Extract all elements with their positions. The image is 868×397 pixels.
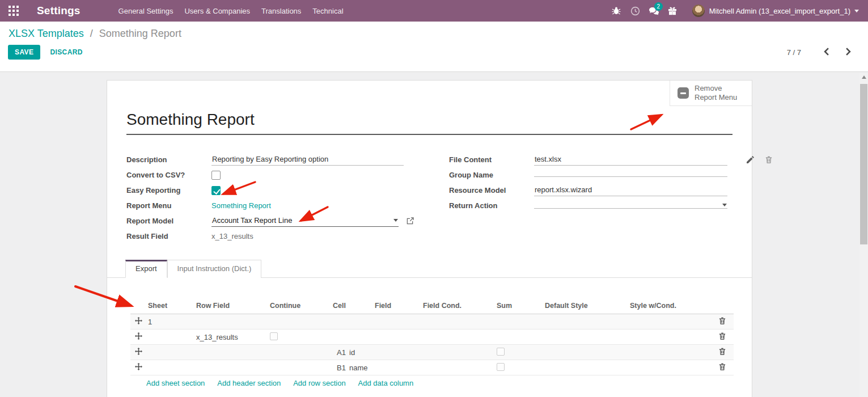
discard-button[interactable]: DISCARD bbox=[50, 48, 82, 56]
menu-technical[interactable]: Technical bbox=[307, 0, 349, 22]
style-w-cond-cell[interactable] bbox=[628, 345, 702, 360]
return-action-select[interactable] bbox=[534, 202, 727, 209]
field-cell[interactable] bbox=[348, 314, 421, 330]
scrollbar-up-arrow-icon[interactable] bbox=[862, 75, 866, 79]
drag-handle[interactable] bbox=[130, 360, 146, 375]
file-content-filename[interactable]: test.xlsx bbox=[534, 154, 727, 166]
menu-users-companies[interactable]: Users & Companies bbox=[179, 0, 256, 22]
continue-column-header[interactable]: Continue bbox=[268, 299, 319, 314]
convert-to-csv-checkbox[interactable] bbox=[211, 171, 221, 180]
tab-input-instruction[interactable]: Input Instruction (Dict.) bbox=[167, 260, 262, 278]
style-w-cond-column-header[interactable]: Style w/Cond. bbox=[628, 299, 702, 314]
delete-row-button[interactable] bbox=[719, 317, 726, 326]
scrollbar-thumb[interactable] bbox=[860, 84, 867, 244]
field-cond-cell[interactable] bbox=[421, 314, 495, 330]
sum-cell[interactable] bbox=[495, 345, 543, 360]
menu-translations[interactable]: Translations bbox=[256, 0, 307, 22]
field-cond-cell[interactable] bbox=[421, 345, 495, 360]
resource-model-input[interactable]: report.xlsx.wizard bbox=[534, 184, 727, 196]
sheet-column-header[interactable]: Sheet bbox=[146, 299, 194, 314]
cell-cell[interactable] bbox=[319, 330, 348, 345]
cell-cell[interactable]: B1 bbox=[319, 360, 348, 375]
tab-export[interactable]: Export bbox=[125, 260, 167, 278]
report-model-input[interactable]: Account Tax Report Line bbox=[211, 215, 399, 227]
field-cond-cell[interactable] bbox=[421, 360, 495, 375]
row-field-cell[interactable]: x_13_results bbox=[194, 330, 268, 345]
cell-cell[interactable] bbox=[319, 314, 348, 330]
sum-cell[interactable] bbox=[495, 330, 543, 345]
clear-file-button[interactable] bbox=[765, 156, 772, 163]
apps-menu-button[interactable] bbox=[0, 0, 27, 22]
pager-next-button[interactable] bbox=[837, 48, 859, 57]
table-row[interactable]: 1 bbox=[130, 314, 734, 330]
drag-handle[interactable] bbox=[130, 314, 146, 330]
sum-cell[interactable] bbox=[495, 360, 543, 375]
user-menu[interactable]: Mitchell Admin (13_excel_import_export_1… bbox=[692, 5, 868, 17]
delete-row-button[interactable] bbox=[719, 348, 726, 357]
pager-previous-button[interactable] bbox=[816, 48, 837, 57]
field-cond-column-header[interactable]: Field Cond. bbox=[421, 299, 495, 314]
easy-reporting-checkbox[interactable] bbox=[211, 186, 221, 195]
drag-handle[interactable] bbox=[130, 330, 146, 345]
default-style-cell[interactable] bbox=[543, 360, 628, 375]
group-name-input[interactable] bbox=[534, 174, 727, 177]
table-row[interactable]: x_13_results bbox=[130, 330, 734, 345]
description-input[interactable]: Reporting by Easy Reporting option bbox=[211, 154, 404, 166]
cell-cell[interactable]: A1 bbox=[319, 345, 348, 360]
drag-handle[interactable] bbox=[130, 345, 146, 360]
sheet-cell[interactable] bbox=[146, 345, 194, 360]
field-cell[interactable]: id bbox=[348, 345, 421, 360]
row-field-cell[interactable] bbox=[194, 345, 268, 360]
continue-cell[interactable] bbox=[268, 360, 319, 375]
continue-cell[interactable] bbox=[268, 345, 319, 360]
sheet-cell[interactable] bbox=[146, 330, 194, 345]
breadcrumb-parent-link[interactable]: XLSX Templates bbox=[9, 28, 84, 39]
debug-bug-icon[interactable] bbox=[607, 0, 626, 22]
record-title[interactable]: Something Report bbox=[126, 111, 732, 135]
messages-chat-icon[interactable]: 2 bbox=[645, 0, 663, 22]
style-w-cond-cell[interactable] bbox=[628, 330, 702, 345]
dropdown-caret-icon[interactable] bbox=[393, 219, 398, 222]
table-row[interactable]: B1 name bbox=[130, 360, 734, 375]
continue-cell[interactable] bbox=[268, 330, 319, 345]
delete-row-button[interactable] bbox=[719, 332, 726, 341]
add-header-section-link[interactable]: Add header section bbox=[217, 379, 281, 387]
continue-cell[interactable] bbox=[268, 314, 319, 330]
default-style-cell[interactable] bbox=[543, 314, 628, 330]
add-row-section-link[interactable]: Add row section bbox=[293, 379, 346, 387]
cell-column-header[interactable]: Cell bbox=[319, 299, 348, 314]
row-field-cell[interactable] bbox=[194, 314, 268, 330]
sheet-cell[interactable]: 1 bbox=[146, 314, 194, 330]
table-row[interactable]: A1 id bbox=[130, 345, 734, 360]
sum-checkbox[interactable] bbox=[497, 348, 505, 356]
report-menu-link[interactable]: Something Report bbox=[211, 201, 271, 210]
vertical-scrollbar[interactable] bbox=[859, 73, 868, 397]
gift-icon[interactable] bbox=[663, 0, 682, 22]
field-cell[interactable]: name bbox=[348, 360, 421, 375]
sheet-cell[interactable] bbox=[146, 360, 194, 375]
sum-cell[interactable] bbox=[495, 314, 543, 330]
default-style-cell[interactable] bbox=[543, 330, 628, 345]
add-data-column-link[interactable]: Add data column bbox=[358, 379, 414, 387]
sum-column-header[interactable]: Sum bbox=[495, 299, 543, 314]
field-cond-cell[interactable] bbox=[421, 330, 495, 345]
row-field-column-header[interactable]: Row Field bbox=[194, 299, 268, 314]
remove-report-menu-button[interactable]: Remove Report Menu bbox=[670, 81, 752, 106]
field-column-header[interactable]: Field bbox=[348, 299, 421, 314]
app-name[interactable]: Settings bbox=[37, 5, 81, 17]
field-cell[interactable] bbox=[348, 330, 421, 345]
sum-checkbox[interactable] bbox=[497, 363, 505, 371]
continue-checkbox[interactable] bbox=[270, 332, 278, 340]
menu-general-settings[interactable]: General Settings bbox=[113, 0, 179, 22]
style-w-cond-cell[interactable] bbox=[628, 314, 702, 330]
style-w-cond-cell[interactable] bbox=[628, 360, 702, 375]
open-record-external-link-icon[interactable] bbox=[407, 217, 414, 225]
activities-clock-icon[interactable] bbox=[626, 0, 645, 22]
row-field-cell[interactable] bbox=[194, 360, 268, 375]
edit-file-button[interactable] bbox=[747, 156, 754, 163]
save-button[interactable]: SAVE bbox=[8, 45, 40, 60]
add-sheet-section-link[interactable]: Add sheet section bbox=[146, 379, 205, 387]
delete-row-button[interactable] bbox=[719, 363, 726, 372]
default-style-cell[interactable] bbox=[543, 345, 628, 360]
default-style-column-header[interactable]: Default Style bbox=[543, 299, 628, 314]
